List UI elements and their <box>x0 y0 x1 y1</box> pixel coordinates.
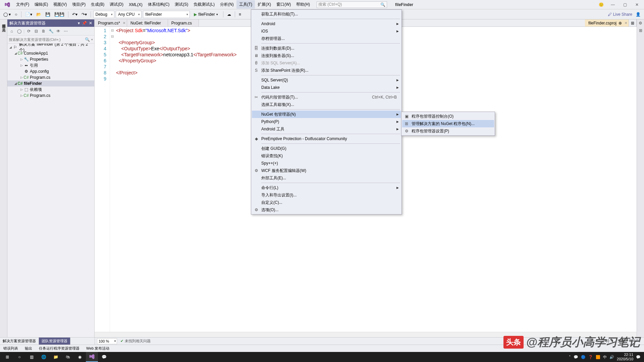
new-project-button[interactable]: 📄▾ <box>24 11 34 18</box>
output-tab-output[interactable]: 输出 <box>21 345 36 352</box>
menu-item[interactable]: S添加 SharePoint 连接(R)... <box>252 67 401 74</box>
menu-project[interactable]: 项目(P) <box>69 0 88 9</box>
menu-help[interactable]: 帮助(H) <box>293 0 313 9</box>
panel-pin-icon[interactable]: 📌 <box>82 21 87 25</box>
rail-toolbox[interactable]: 工具箱 <box>0 23 7 27</box>
live-share-button[interactable]: 🖊 Live Share <box>608 12 632 17</box>
taskbar-edge-icon[interactable]: 🌐 <box>38 352 50 362</box>
menu-item[interactable]: 自定义(C)... <box>252 199 401 206</box>
start-debug-button[interactable]: ▶ fileFinder ▾ <box>191 12 220 17</box>
taskbar-store-icon[interactable]: 🛍 <box>62 352 74 362</box>
menu-item[interactable]: 错误查找(K) <box>252 152 401 160</box>
taskbar-explorer-icon[interactable]: 📁 <box>50 352 62 362</box>
open-button[interactable]: 📂 <box>35 11 43 18</box>
preview-icon[interactable]: 👁 <box>55 28 61 34</box>
show-all-icon[interactable]: 🗎 <box>41 28 47 34</box>
zoom-combo[interactable]: 100 % <box>97 338 117 344</box>
expand-icon[interactable]: ▷ <box>19 58 23 61</box>
tree-appconfig[interactable]: ⚙ App.config <box>7 68 94 74</box>
menu-item[interactable]: NuGet 包管理器(N)▶ <box>252 111 401 118</box>
issues-indicator[interactable]: ✔ 未找到相关问题 <box>120 339 151 344</box>
menu-edit[interactable]: 编辑(E) <box>32 0 51 9</box>
right-rail-gear-icon[interactable]: ⚙ <box>637 19 644 27</box>
menu-analyze[interactable]: 分析(N) <box>217 0 236 9</box>
tray-ime-icon[interactable]: 中 <box>603 355 607 360</box>
startup-project-combo[interactable]: fileFinder <box>143 11 190 18</box>
menu-item[interactable]: Data Lake▶ <box>252 84 401 91</box>
panel-dropdown-icon[interactable]: ▾ <box>78 21 80 25</box>
expand-icon[interactable]: ◢ <box>9 46 13 49</box>
publish-button[interactable]: ☁ <box>226 11 232 18</box>
menu-item[interactable]: 导入和导出设置(I)... <box>252 191 401 199</box>
menu-item[interactable]: 命令行(L)▶ <box>252 184 401 191</box>
tree-properties[interactable]: ▷ 🔧 Properties <box>7 56 94 62</box>
ruler-button[interactable]: ≡ <box>237 11 243 18</box>
tray-app-icon[interactable]: 💬 <box>574 355 578 359</box>
tree-solution-root[interactable]: ◢ ⚐ 解决方案"fileFinder"(第 2 个项目，共 2 个) <box>7 44 94 50</box>
menu-test[interactable]: 测试(S) <box>172 0 191 9</box>
menu-item[interactable]: 选择工具箱项(X)... <box>252 101 401 108</box>
menu-file[interactable]: 文件(F) <box>13 0 32 9</box>
tray-app-icon[interactable]: ❓ <box>588 355 593 359</box>
menu-item[interactable]: Android▶ <box>252 20 401 27</box>
cortana-button[interactable]: ○ <box>13 352 25 362</box>
more-icon[interactable]: ⋯ <box>63 28 69 34</box>
tree-project-filefinder[interactable]: ◢ C# fileFinder <box>7 80 94 86</box>
task-view-button[interactable]: ▥ <box>25 352 38 362</box>
menu-extensions[interactable]: 扩展(X) <box>255 0 274 9</box>
tray-app-icon[interactable]: 🔵 <box>581 355 586 359</box>
taskbar-vs-icon[interactable] <box>86 352 98 362</box>
save-button[interactable]: 💾 <box>44 11 52 18</box>
bottom-tab-team[interactable]: 团队资源管理器 <box>39 338 70 345</box>
nav-fwd-button[interactable]: ○ <box>13 11 18 18</box>
output-tab-taskrunner[interactable]: 任务运行程序资源管理器 <box>36 345 83 352</box>
tray-notifications-icon[interactable]: 💬 <box>636 355 641 359</box>
menu-item[interactable]: ◆PreEmptive Protection - Dotfuscator Com… <box>252 135 401 142</box>
home-icon[interactable]: ⌂ <box>9 28 15 34</box>
tree-program-cs-2[interactable]: ▷ C# Program.cs <box>7 93 94 99</box>
menu-xml[interactable]: XML(X) <box>126 1 145 8</box>
solution-explorer-title-bar[interactable]: 解决方案资源管理器 ▾ 📌 ✕ <box>7 19 94 27</box>
editor-tab[interactable]: Program.cs <box>168 19 199 26</box>
tray-chevron-icon[interactable]: ˄ <box>569 355 571 359</box>
menu-item[interactable]: SQL Server(Q)▶ <box>252 76 401 84</box>
taskbar-chrome-icon[interactable]: ◉ <box>74 352 86 362</box>
feedback-icon[interactable]: 🙂 <box>599 2 604 7</box>
save-all-button[interactable]: 💾💾 <box>53 11 66 18</box>
tray-clock[interactable]: 22:112020/5/10 <box>617 353 633 361</box>
config-combo[interactable]: Debug <box>93 11 114 18</box>
tray-app-icon[interactable]: 🟧 <box>596 355 600 359</box>
tab-close-icon[interactable]: ✕ <box>625 21 627 25</box>
global-search-input[interactable]: 搜索 (Ctrl+Q) 🔍 <box>317 1 387 8</box>
system-tray[interactable]: ˄ 💬 🔵 ❓ 🟧 中 🔊 22:112020/5/10 💬 <box>569 353 643 361</box>
tree-program-cs[interactable]: ▷ C# Program.cs <box>7 74 94 80</box>
collapse-icon[interactable]: ⊟ <box>33 28 39 34</box>
account-button[interactable]: 👤 <box>634 11 642 18</box>
minimize-button[interactable]: — <box>607 1 619 8</box>
nav-back-button[interactable]: ◯ ▾ <box>2 11 12 18</box>
submenu-item[interactable]: ⚙程序包管理器设置(P) <box>402 127 494 135</box>
menu-item[interactable]: 🗄连接到数据库(D)... <box>252 45 401 52</box>
fold-gutter[interactable]: ⊟⊟ <box>110 27 115 332</box>
bottom-tab-solution[interactable]: 解决方案资源管理器 <box>0 338 39 345</box>
platform-combo[interactable]: Any CPU <box>116 11 142 18</box>
expand-icon[interactable]: ▷ <box>19 76 23 79</box>
output-tab-errors[interactable]: 错误列表 <box>0 345 21 352</box>
close-button[interactable]: ✕ <box>631 1 643 8</box>
expand-icon[interactable]: ▷ <box>19 94 23 97</box>
menu-tools[interactable]: 工具(T) <box>236 0 255 9</box>
menu-window[interactable]: 窗口(W) <box>274 0 293 9</box>
expand-icon[interactable]: ◢ <box>13 52 17 55</box>
expand-icon[interactable]: ▷ <box>19 64 23 67</box>
solution-search[interactable]: 🔍 ▾ <box>7 36 94 44</box>
maximize-button[interactable]: ▢ <box>619 1 631 8</box>
menu-item[interactable]: 存档管理器... <box>252 35 401 42</box>
editor-tab-preview[interactable]: fileFinder.csproj⊕✕ <box>585 19 629 26</box>
submenu-item[interactable]: ⊞管理解决方案的 NuGet 程序包(N)... <box>402 120 494 127</box>
tray-volume-icon[interactable]: 🔊 <box>609 355 614 359</box>
tree-references[interactable]: ▷ ▪▪ 引用 <box>7 62 94 68</box>
menu-item[interactable]: Python(P)▶ <box>252 118 401 125</box>
output-tab-webpublish[interactable]: Web 发布活动 <box>83 345 113 352</box>
refresh-icon[interactable]: ⟳ <box>26 28 32 34</box>
menu-architecture[interactable]: 体系结构(C) <box>145 0 172 9</box>
